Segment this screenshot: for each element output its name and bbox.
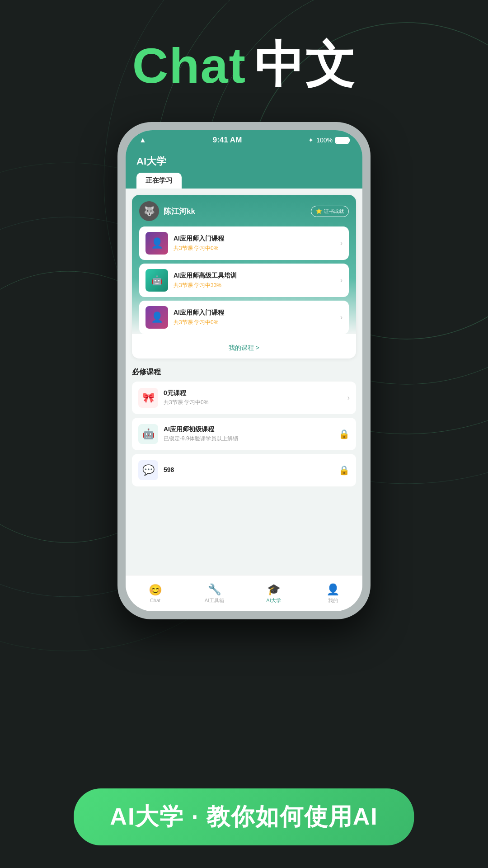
course-info-1: AI应用师入门课程 共3节课 学习中0% — [174, 235, 335, 252]
battery-icon — [335, 137, 349, 144]
chinese-label: 中文 — [254, 32, 356, 99]
required-icon-1: 🎀 — [138, 388, 158, 408]
course-name-2: AI应用师高级工具培训 — [174, 272, 335, 280]
bottom-cta-text: AI大学 · 教你如何使用AI — [110, 803, 378, 830]
chevron-right-icon-3: › — [340, 313, 343, 321]
required-info-1: 0元课程 共3节课 学习中0% — [164, 389, 342, 406]
required-section: 必修课程 🎀 0元课程 共3节课 学习中0% › 🤖 — [126, 363, 362, 486]
course-meta-2: 共3节课 学习中33% — [174, 282, 335, 289]
cert-badge[interactable]: ⭐ 证书成就 — [311, 206, 349, 217]
required-item-2[interactable]: 🤖 AI应用师初级课程 已锁定-9.9体验课学员以上解锁 🔒 — [132, 418, 356, 450]
course-item-3[interactable]: 👤 AI应用师入门课程 共3节课 学习中0% › — [139, 301, 349, 334]
required-item-3[interactable]: 💬 598 🔒 — [132, 454, 356, 486]
course-thumb-1: 👤 — [145, 232, 168, 255]
tab-learning[interactable]: 正在学习 — [136, 173, 182, 189]
nav-item-chat[interactable]: 😊 Chat — [126, 584, 185, 603]
gift-icon: 🎀 — [142, 392, 155, 404]
card-gradient-header: 🐺 陈江河kk ⭐ 证书成就 👤 — [132, 195, 356, 334]
course-info-2: AI应用师高级工具培训 共3节课 学习中33% — [174, 272, 335, 289]
required-name-2: AI应用师初级课程 — [164, 425, 333, 434]
chevron-right-icon-1: › — [340, 239, 343, 247]
required-icon-2: 🤖 — [138, 424, 158, 444]
header-title-area: Chat 中文 — [0, 32, 488, 99]
robot-icon: 🤖 — [142, 428, 155, 440]
phone-frame: ▲ 9:41 AM ✦ 100% AI大学 正在学习 — [117, 122, 371, 619]
required-item-1[interactable]: 🎀 0元课程 共3节课 学习中0% › — [132, 382, 356, 414]
bottom-cta[interactable]: AI大学 · 教你如何使用AI — [74, 788, 414, 845]
bluetooth-icon: ✦ — [308, 137, 314, 144]
nav-tools-label: AI工具箱 — [205, 597, 224, 604]
required-chevron-1: › — [347, 394, 350, 402]
course-thumb-2: 🤖 — [145, 269, 168, 292]
status-bar: ▲ 9:41 AM ✦ 100% — [126, 130, 362, 150]
course-info-3: AI应用师入门课程 共3节课 学习中0% — [174, 309, 335, 326]
main-content: 🐺 陈江河kk ⭐ 证书成就 👤 — [126, 189, 362, 575]
nav-item-university[interactable]: 🎓 AI大学 — [244, 583, 303, 604]
cert-badge-text: 证书成就 — [324, 208, 344, 215]
my-courses-link[interactable]: 我的课程 > — [132, 338, 356, 359]
course-meta-3: 共3节课 学习中0% — [174, 319, 335, 326]
battery-percent: 100% — [316, 137, 333, 144]
required-section-title: 必修课程 — [132, 368, 356, 377]
chat-label: Chat — [132, 37, 246, 94]
course-thumb-3: 👤 — [145, 306, 168, 329]
nav-chat-label: Chat — [150, 598, 160, 603]
required-sub-1: 共3节课 学习中0% — [164, 399, 342, 406]
course-name-3: AI应用师入门课程 — [174, 309, 335, 317]
lock-icon-2: 🔒 — [338, 429, 350, 439]
battery-area: ✦ 100% — [308, 137, 349, 144]
required-sub-2: 已锁定-9.9体验课学员以上解锁 — [164, 435, 333, 443]
app-title: AI大学 — [136, 155, 352, 173]
course-item-1[interactable]: 👤 AI应用师入门课程 共3节课 学习中0% › — [139, 226, 349, 260]
chat-bubble-icon: 💬 — [142, 464, 155, 476]
cert-star-icon: ⭐ — [316, 208, 322, 214]
required-name-3: 598 — [164, 466, 333, 473]
user-info: 🐺 陈江河kk — [139, 201, 195, 221]
nav-chat-icon: 😊 — [149, 584, 162, 596]
lock-icon-3: 🔒 — [338, 465, 350, 476]
nav-university-label: AI大学 — [266, 597, 281, 604]
required-icon-3: 💬 — [138, 460, 158, 480]
required-info-3: 598 — [164, 466, 333, 475]
nav-item-mine[interactable]: 👤 我的 — [303, 583, 362, 604]
chevron-right-icon-2: › — [340, 276, 343, 284]
course-item-2[interactable]: 🤖 AI应用师高级工具培训 共3节课 学习中33% › — [139, 264, 349, 297]
required-info-2: AI应用师初级课程 已锁定-9.9体验课学员以上解锁 — [164, 425, 333, 443]
nav-university-icon: 🎓 — [267, 583, 281, 596]
learning-card: 🐺 陈江河kk ⭐ 证书成就 👤 — [132, 195, 356, 359]
course-meta-1: 共3节课 学习中0% — [174, 245, 335, 252]
wifi-icon: ▲ — [139, 136, 146, 144]
phone-screen: ▲ 9:41 AM ✦ 100% AI大学 正在学习 — [126, 130, 362, 611]
avatar: 🐺 — [139, 201, 159, 221]
required-name-1: 0元课程 — [164, 389, 342, 397]
status-time: 9:41 AM — [213, 136, 242, 145]
tab-bar: 正在学习 — [136, 173, 352, 189]
nav-item-tools[interactable]: 🔧 AI工具箱 — [185, 583, 244, 604]
nav-mine-label: 我的 — [328, 597, 338, 604]
bottom-nav: 😊 Chat 🔧 AI工具箱 🎓 AI大学 👤 我的 — [126, 575, 362, 611]
user-row: 🐺 陈江河kk ⭐ 证书成就 — [139, 201, 349, 221]
nav-mine-icon: 👤 — [326, 583, 340, 596]
nav-tools-icon: 🔧 — [208, 583, 221, 596]
course-name-1: AI应用师入门课程 — [174, 235, 335, 243]
app-header: AI大学 正在学习 — [126, 150, 362, 189]
username: 陈江河kk — [164, 206, 195, 217]
